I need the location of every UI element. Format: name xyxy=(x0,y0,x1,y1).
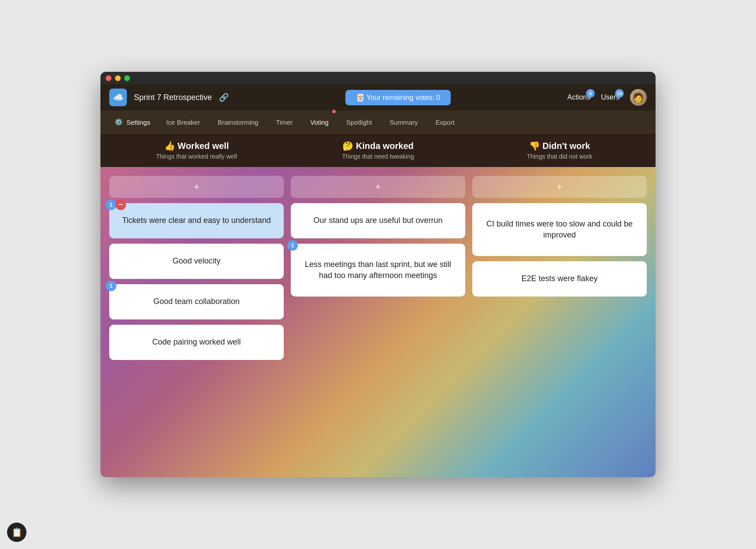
add-card-kinda-worked[interactable]: + xyxy=(291,176,465,198)
column-didnt-work: + CI build times were too slow and could… xyxy=(472,176,647,468)
close-button[interactable] xyxy=(106,75,111,81)
card-less-meetings[interactable]: 1 Less meetings than last sprint, but we… xyxy=(291,244,465,297)
actions-button[interactable]: Actions 6 xyxy=(567,93,590,101)
col-sub-didnt-work: Things that did not work xyxy=(476,153,643,160)
card-good-team-collab[interactable]: 1 Good team collaboration xyxy=(109,284,284,319)
card-stand-ups[interactable]: Our stand ups are useful but overrun xyxy=(291,203,465,238)
col-title-text-worked-well: Worked well xyxy=(178,141,229,151)
card-text-code-pairing: Code pairing worked well xyxy=(152,337,241,348)
vote-badge-collab: 1 xyxy=(106,281,116,291)
card-good-velocity[interactable]: Good velocity xyxy=(109,244,284,279)
nav-item-brainstorming[interactable]: Brainstorming xyxy=(211,116,266,129)
nav-item-icebreaker[interactable]: Ice Breaker xyxy=(159,116,207,129)
col-title-text-kinda-worked: Kinda worked xyxy=(356,141,414,151)
header-title: Sprint 7 Retrospective xyxy=(134,93,212,102)
card-text-less-meetings: Less meetings than last sprint, but we s… xyxy=(300,259,456,281)
thumbs-down-icon: 👎 xyxy=(529,141,540,151)
nav-item-voting[interactable]: Voting xyxy=(303,116,336,129)
header: ☁️ Sprint 7 Retrospective 🔗 🃏 Your remai… xyxy=(100,84,656,111)
thumbs-up-icon: 👍 xyxy=(164,141,175,151)
col-sub-kinda-worked: Things that need tweaking xyxy=(294,153,462,160)
card-text-tickets-clear: Tickets were clear and easy to understan… xyxy=(122,215,271,226)
card-text-e2e-tests: E2E tests were flakey xyxy=(521,273,597,284)
card-code-pairing[interactable]: Code pairing worked well xyxy=(109,325,284,360)
clipboard-icon: 📋 xyxy=(11,527,22,538)
card-text-good-team-collab: Good team collaboration xyxy=(153,296,240,307)
votes-indicator: 🃏 Your remaining votes: 0 xyxy=(345,90,451,105)
minus-badge-1[interactable]: − xyxy=(115,200,126,210)
nav-item-export[interactable]: Export xyxy=(429,116,462,129)
column-kinda-worked: + Our stand ups are useful but overrun 1… xyxy=(291,176,465,468)
settings-nav[interactable]: ⚙️ Settings xyxy=(109,115,156,129)
nav-bar: ⚙️ Settings Ice Breaker Brainstorming Ti… xyxy=(100,111,656,134)
board: + 1 − Tickets were clear and easy to und… xyxy=(100,167,656,477)
maximize-button[interactable] xyxy=(124,75,130,81)
logo-icon: ☁️ xyxy=(113,92,124,103)
link-icon[interactable]: 🔗 xyxy=(219,93,229,102)
nav-item-spotlight[interactable]: Spotlight xyxy=(339,116,379,129)
vote-badge-meetings: 1 xyxy=(287,240,298,251)
vote-badge-1: 1 xyxy=(106,200,116,210)
col-header-didnt-work: 👎 Didn't work Things that did not work xyxy=(472,134,647,167)
minimize-button[interactable] xyxy=(115,75,121,81)
card-text-stand-ups: Our stand ups are useful but overrun xyxy=(313,215,442,226)
actions-badge: 6 xyxy=(586,89,595,98)
card-text-good-velocity: Good velocity xyxy=(172,256,220,267)
column-headers: 👍 Worked well Things that worked really … xyxy=(100,134,656,167)
gear-icon: ⚙️ xyxy=(115,118,123,126)
bottom-action-button[interactable]: 📋 xyxy=(7,523,26,542)
nav-item-timer[interactable]: Timer xyxy=(269,116,300,129)
add-card-worked-well[interactable]: + xyxy=(109,176,284,198)
card-ci-build[interactable]: CI build times were too slow and could b… xyxy=(472,203,647,256)
card-text-ci-build: CI build times were too slow and could b… xyxy=(481,219,638,241)
col-title-kinda-worked: 🤔 Kinda worked xyxy=(294,141,462,151)
col-title-didnt-work: 👎 Didn't work xyxy=(476,141,643,151)
thinking-icon: 🤔 xyxy=(342,141,353,151)
avatar[interactable]: 🧑 xyxy=(630,89,647,106)
settings-label: Settings xyxy=(126,119,150,126)
col-title-worked-well: 👍 Worked well xyxy=(113,141,280,151)
users-badge: 16 xyxy=(615,89,624,98)
column-worked-well: + 1 − Tickets were clear and easy to und… xyxy=(109,176,284,468)
card-tickets-clear[interactable]: 1 − Tickets were clear and easy to under… xyxy=(109,203,284,238)
col-header-kinda-worked: 🤔 Kinda worked Things that need tweaking xyxy=(291,134,465,167)
card-e2e-tests[interactable]: E2E tests were flakey xyxy=(472,261,647,297)
col-sub-worked-well: Things that worked really well xyxy=(113,153,280,160)
main-window: ☁️ Sprint 7 Retrospective 🔗 🃏 Your remai… xyxy=(100,72,656,477)
app-logo: ☁️ xyxy=(109,89,127,106)
col-header-worked-well: 👍 Worked well Things that worked really … xyxy=(109,134,284,167)
users-button[interactable]: Users 16 xyxy=(601,93,619,101)
add-card-didnt-work[interactable]: + xyxy=(472,176,647,198)
title-bar xyxy=(100,72,656,84)
nav-item-summary[interactable]: Summary xyxy=(382,116,425,129)
voting-dot xyxy=(332,110,336,113)
col-title-text-didnt-work: Didn't work xyxy=(542,141,590,151)
